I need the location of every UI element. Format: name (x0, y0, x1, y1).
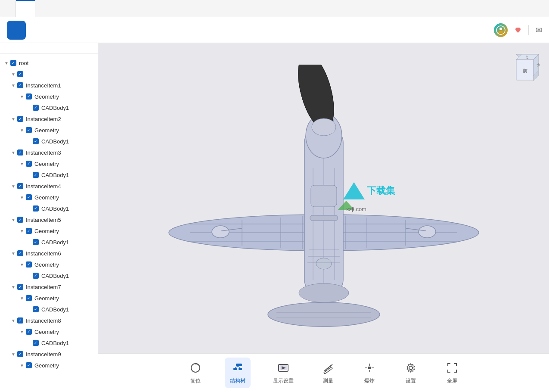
tree-item-item6[interactable]: InstanceItem6 (0, 248, 98, 259)
mail-icon[interactable]: ✉ (536, 25, 542, 35)
tree-item-geo4[interactable]: Geometry (0, 192, 98, 203)
checkbox-geo6[interactable] (26, 261, 32, 268)
checkbox-body4a[interactable] (33, 205, 39, 212)
tree-item-item8[interactable]: InstanceItem8 (0, 315, 98, 326)
checkbox-body3a[interactable] (33, 172, 39, 178)
viewport-3d[interactable]: 前 上 右 (98, 43, 549, 353)
svg-point-34 (299, 283, 349, 302)
tree-label-item8: InstanceItem8 (26, 317, 61, 324)
checkbox-geo5[interactable] (26, 228, 32, 234)
tool-measure-label: 测量 (323, 377, 333, 385)
tree-item-body6a[interactable]: CADBody1 (0, 270, 98, 281)
tree-label-item3: InstanceItem3 (26, 149, 61, 156)
checkbox-root[interactable] (10, 60, 16, 66)
arrow-icon (10, 116, 16, 122)
tree-item-geo6[interactable]: Geometry (0, 259, 98, 270)
bottom-toolbar: 复位 结构树 显示设置 测量 爆炸 设置 全屏 (98, 353, 549, 392)
checkbox-body1a[interactable] (33, 105, 39, 111)
tree-item-item5[interactable]: InstanceItem5 (0, 214, 98, 225)
tree-item-item9[interactable]: InstanceItem9 (0, 348, 98, 360)
svg-point-39 (212, 226, 229, 238)
file-tab[interactable] (16, 0, 35, 17)
minimize-btn[interactable] (492, 0, 509, 17)
tree-item-body4a[interactable]: CADBody1 (0, 203, 98, 214)
tree-item-item4[interactable]: InstanceItem4 (0, 180, 98, 192)
tree-label-geo4: Geometry (34, 194, 59, 201)
checkbox-item7[interactable] (17, 284, 23, 290)
tool-display-btn[interactable]: 显示设置 (268, 358, 299, 388)
checkbox-geo1[interactable] (26, 93, 32, 100)
sidebar-header (0, 43, 98, 54)
checkbox-geo4[interactable] (26, 194, 32, 200)
tree-item-body3a[interactable]: CADBody1 (0, 169, 98, 180)
tree-item-geo7[interactable]: Geometry (0, 292, 98, 304)
avatar (494, 23, 508, 37)
tree-item-item7[interactable]: InstanceItem7 (0, 281, 98, 292)
tool-tree-btn[interactable]: 结构树 (225, 358, 251, 388)
tree-item-item3[interactable]: InstanceItem3 (0, 147, 98, 158)
tree-label-body4a: CADBody1 (41, 205, 69, 212)
checkbox-body8a[interactable] (33, 340, 39, 346)
checkbox-item6[interactable] (17, 250, 23, 256)
tool-explode-btn[interactable]: 爆炸 (357, 358, 382, 388)
checkbox-body2a[interactable] (33, 138, 39, 144)
tree-item-geo3[interactable]: Geometry (0, 158, 98, 169)
checkbox-item9[interactable] (17, 351, 23, 357)
arrow-icon (19, 194, 25, 200)
tree-item-root[interactable]: root (0, 57, 98, 68)
checkbox-body6a[interactable] (33, 273, 39, 279)
checkbox-geo8[interactable] (26, 329, 32, 335)
tree-item-geo1[interactable]: Geometry (0, 91, 98, 102)
tree-label-body8a: CADBody1 (41, 340, 69, 346)
tree-item-geo5[interactable]: Geometry (0, 225, 98, 236)
checkbox-body7a[interactable] (33, 306, 39, 312)
svg-rect-64 (368, 367, 371, 369)
checkbox-item3[interactable] (17, 149, 23, 156)
home-tab[interactable] (0, 0, 16, 17)
tree-area[interactable]: rootInstanceItem1GeometryCADBody1Instanc… (0, 54, 98, 392)
tree-item-body7a[interactable]: CADBody1 (0, 304, 98, 315)
checkbox-geo2[interactable] (26, 127, 32, 133)
checkbox-geo3[interactable] (26, 161, 32, 167)
window-close-btn[interactable] (528, 0, 546, 17)
arrow-icon (10, 71, 16, 77)
tree-item-item2[interactable]: InstanceItem2 (0, 113, 98, 124)
tree-label-item1: InstanceItem1 (26, 82, 61, 89)
tool-measure-btn[interactable]: 测量 (316, 358, 340, 388)
arrow-icon (19, 362, 25, 368)
arrow-icon (10, 82, 16, 88)
tree-item-geo8[interactable]: Geometry (0, 326, 98, 337)
measure-icon (321, 361, 335, 375)
checkbox-geo7[interactable] (26, 295, 32, 301)
checkbox-item2[interactable] (17, 116, 23, 122)
checkbox-geo9[interactable] (26, 362, 32, 368)
checkbox-item4[interactable] (17, 183, 23, 189)
svg-point-28 (312, 118, 336, 136)
svg-line-55 (238, 366, 240, 368)
tree-item-item1[interactable]: InstanceItem1 (0, 80, 98, 91)
svg-line-54 (235, 366, 238, 368)
checkbox-item1[interactable] (17, 82, 23, 88)
tree-item-body5a[interactable]: CADBody1 (0, 236, 98, 248)
checkbox-item8[interactable] (17, 317, 23, 324)
tree-item-body8a[interactable]: CADBody1 (0, 337, 98, 348)
arrow-icon (10, 217, 16, 223)
tree-item-cb0[interactable] (0, 68, 98, 80)
tool-settings-btn[interactable]: 设置 (399, 358, 423, 388)
arrow-icon (10, 250, 16, 256)
maximize-btn[interactable] (510, 0, 527, 17)
arrow-icon (19, 228, 25, 234)
tree-item-geo2[interactable]: Geometry (0, 124, 98, 136)
checkbox-cb0[interactable] (17, 71, 23, 77)
tree-item-geo9[interactable]: Geometry (0, 360, 98, 371)
checkbox-item5[interactable] (17, 217, 23, 223)
tool-reset-btn[interactable]: 复位 (183, 358, 208, 388)
orientation-cube[interactable]: 前 上 右 (508, 50, 542, 84)
svg-rect-30 (310, 215, 338, 221)
tree-item-body2a[interactable]: CADBody1 (0, 136, 98, 147)
tool-fullscreen-btn[interactable]: 全屏 (440, 358, 464, 388)
checkbox-body5a[interactable] (33, 239, 39, 245)
tree-label-geo6: Geometry (34, 261, 59, 268)
tree-item-body1a[interactable]: CADBody1 (0, 102, 98, 113)
tree-label-body2a: CADBody1 (41, 138, 69, 145)
